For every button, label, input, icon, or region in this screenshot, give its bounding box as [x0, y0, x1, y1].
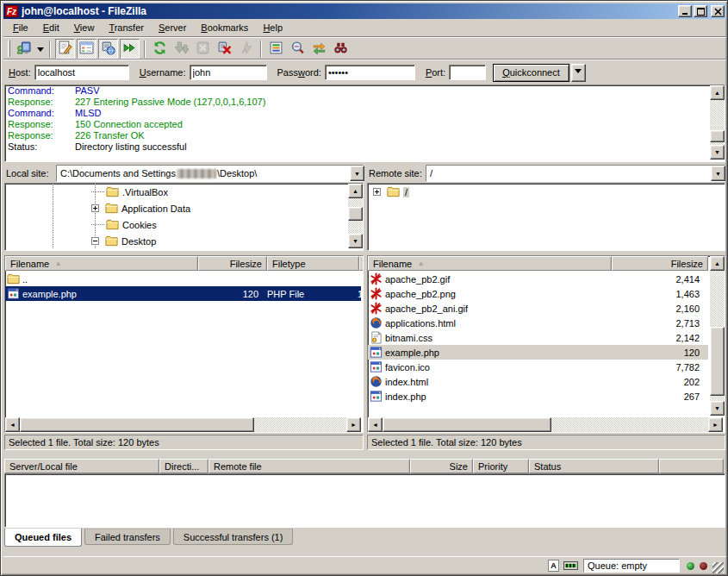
- local-col-lastmodified[interactable]: L: [359, 256, 364, 271]
- collapse-minus-icon[interactable]: [91, 237, 99, 245]
- port-label: Port:: [426, 67, 445, 78]
- tree-item-application-data[interactable]: Application Data: [5, 200, 363, 216]
- log-scroll-down-icon[interactable]: ▼: [710, 145, 725, 160]
- queue-col-status[interactable]: Status: [529, 459, 659, 473]
- toolbar-grip[interactable]: [8, 41, 10, 57]
- remote-list-vscroll-thumb[interactable]: [710, 327, 725, 396]
- find-files-icon: [333, 41, 348, 57]
- local-list-hscroll-thumb[interactable]: [20, 417, 254, 432]
- tree-item-cookies[interactable]: Cookies: [5, 216, 363, 233]
- tree-item--virtualbox[interactable]: .VirtualBox: [5, 184, 363, 200]
- menu-server[interactable]: Server: [152, 20, 194, 35]
- remote-list-hscroll-thumb[interactable]: [383, 417, 551, 432]
- remote-list-vscrollbar[interactable]: ▲▼: [710, 256, 725, 416]
- remote-list-hscroll-right-icon[interactable]: ►: [708, 417, 723, 432]
- toggle-remote-tree-button[interactable]: [98, 39, 118, 59]
- expand-plus-icon[interactable]: [373, 188, 381, 196]
- host-input[interactable]: [34, 65, 129, 80]
- file-row-index.php[interactable]: index.php267: [368, 389, 708, 404]
- toggle-local-tree-button[interactable]: [77, 39, 96, 59]
- local-col-filesize[interactable]: Filesize: [198, 256, 267, 271]
- transfer-queue-body[interactable]: [4, 473, 725, 528]
- queue-col-remote-file[interactable]: Remote file: [208, 459, 410, 473]
- menu-bookmarks[interactable]: Bookmarks: [194, 20, 256, 35]
- tab-queued-files[interactable]: Queued files: [4, 529, 82, 547]
- remote-list-hscroll-left-icon[interactable]: ◄: [368, 417, 383, 432]
- disconnect-button[interactable]: [215, 39, 234, 59]
- site-manager-dropdown[interactable]: [34, 40, 46, 58]
- menu-help[interactable]: Help: [256, 20, 290, 35]
- remote-list-hscrollbar[interactable]: ◄►: [368, 417, 723, 432]
- username-input[interactable]: [190, 65, 267, 80]
- remote-col-filename[interactable]: Filename▲: [368, 256, 612, 271]
- file-row-example.php[interactable]: example.php120PHP File1: [5, 286, 361, 301]
- site-manager-button[interactable]: [14, 39, 34, 59]
- queue-col-server-local-file[interactable]: Server/Local file: [4, 459, 159, 473]
- title-bar[interactable]: Fz john@localhost - FileZilla: [3, 3, 726, 19]
- queue-col-priority[interactable]: Priority: [473, 459, 529, 473]
- site-manager-icon: [16, 41, 31, 57]
- log-row: Status:Directory listing successful: [5, 141, 725, 153]
- menu-file[interactable]: File: [6, 20, 36, 35]
- local-list-hscroll-right-icon[interactable]: ►: [346, 417, 361, 432]
- remote-list-vscroll-down-icon[interactable]: ▼: [710, 401, 725, 416]
- toggle-log-button[interactable]: [55, 39, 75, 59]
- menu-view[interactable]: View: [67, 20, 103, 35]
- local-list-hscrollbar[interactable]: ◄►: [5, 417, 361, 432]
- queue-col-empty[interactable]: [659, 459, 724, 473]
- local-col-filetype[interactable]: Filetype: [267, 256, 359, 271]
- menu-transfer[interactable]: Transfer: [102, 20, 152, 35]
- tab-failed-transfers[interactable]: Failed transfers: [84, 529, 171, 545]
- file-size: 7,782: [610, 362, 706, 373]
- file-row-favicon.ico[interactable]: favicon.ico7,782: [368, 360, 708, 374]
- log-row-text: 227 Entering Passive Mode (127,0,0,1,6,1…: [75, 97, 265, 108]
- local-tree-scroll-down-icon[interactable]: ▼: [348, 234, 363, 248]
- refresh-button[interactable]: [150, 39, 170, 59]
- remote-site-dropdown-icon[interactable]: ▼: [711, 166, 725, 181]
- file-row-applications.html[interactable]: applications.html2,713: [368, 316, 708, 330]
- minimize-button[interactable]: [678, 5, 692, 17]
- queue-col-directi-[interactable]: Directi...: [159, 459, 208, 473]
- local-tree-scrollbar[interactable]: ▲▼: [348, 184, 363, 248]
- file-row-bitnami.css[interactable]: bitnami.css2,142: [368, 330, 708, 345]
- local-list-hscroll-left-icon[interactable]: ◄: [5, 417, 20, 432]
- maximize-button[interactable]: [694, 5, 707, 17]
- file-row-..[interactable]: ..: [5, 272, 361, 286]
- quickconnect-dropdown[interactable]: [571, 64, 586, 82]
- data-type-icon[interactable]: A: [548, 560, 559, 572]
- local-site-dropdown-icon[interactable]: ▼: [350, 166, 364, 181]
- speed-limit-icon[interactable]: [563, 561, 578, 570]
- queue-col-size[interactable]: Size: [410, 459, 473, 473]
- file-row-apache-pb2.png[interactable]: apache_pb2.png1,463: [368, 286, 708, 301]
- filter-button[interactable]: [266, 39, 286, 59]
- log-scroll-up-icon[interactable]: ▲: [710, 85, 725, 100]
- password-input[interactable]: [325, 65, 415, 80]
- port-input[interactable]: [449, 65, 486, 80]
- tab-successful-transfers-1-[interactable]: Successful transfers (1): [173, 529, 294, 545]
- local-col-filename[interactable]: Filename▲: [5, 256, 198, 271]
- menu-edit[interactable]: Edit: [36, 20, 67, 35]
- remote-site-combo[interactable]: /: [426, 165, 725, 182]
- compare-button[interactable]: [288, 39, 308, 59]
- remote-col-filesize[interactable]: Filesize: [612, 256, 708, 271]
- expand-plus-icon[interactable]: [91, 204, 99, 212]
- local-site-combo[interactable]: C:\Documents and Settings\Desktop\: [56, 165, 364, 182]
- log-scroll-thumb[interactable]: [710, 130, 725, 142]
- file-row-index.html[interactable]: index.html202: [368, 374, 708, 389]
- close-button[interactable]: [711, 5, 725, 17]
- local-tree-scroll-up-icon[interactable]: ▲: [348, 184, 363, 198]
- file-row-apache-pb2.gif[interactable]: apache_pb2.gif2,414: [368, 272, 708, 286]
- local-tree-scroll-thumb[interactable]: [348, 207, 363, 221]
- file-row-apache-pb2-ani.gif[interactable]: apache_pb2_ani.gif2,160: [368, 301, 708, 316]
- toggle-queue-button[interactable]: [120, 39, 140, 59]
- message-log-scrollbar[interactable]: ▲▼: [710, 85, 725, 160]
- tree-item-desktop[interactable]: Desktop: [5, 233, 363, 249]
- find-files-button[interactable]: [331, 39, 351, 59]
- quickconnect-button[interactable]: Quickconnect: [493, 64, 569, 82]
- local-tree: .VirtualBoxApplication DataCookiesDeskto…: [4, 183, 364, 251]
- sync-browsing-button[interactable]: [309, 39, 329, 59]
- file-row-example.php[interactable]: example.php120: [368, 345, 708, 360]
- tree-item-root[interactable]: /: [368, 184, 725, 200]
- remote-list-vscroll-up-icon[interactable]: ▲: [710, 256, 725, 271]
- resize-grip[interactable]: [712, 562, 724, 573]
